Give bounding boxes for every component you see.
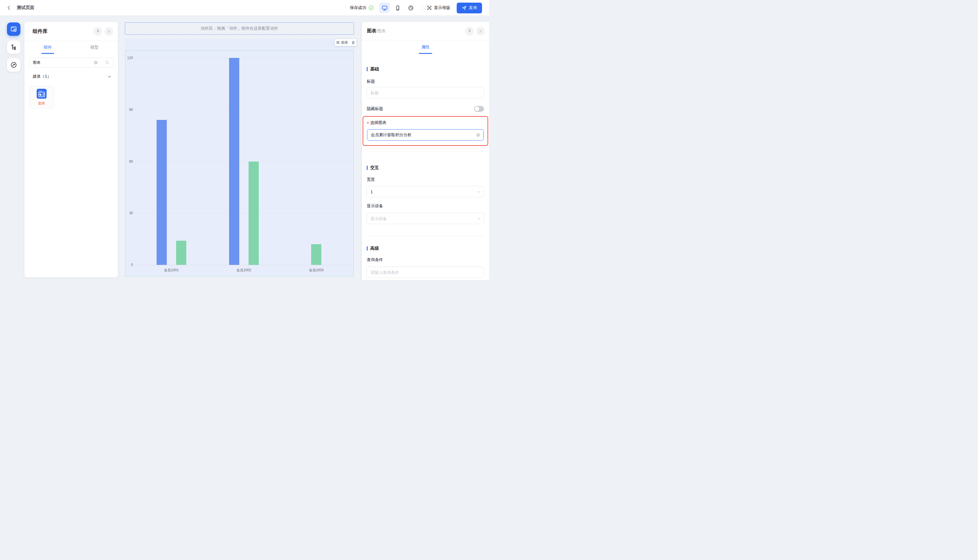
selected-widget-title: 图表 <box>367 28 377 33</box>
section-accent-bar <box>367 67 368 71</box>
widget-type-label: 图表 <box>341 40 348 45</box>
save-status-text: 保存成功 <box>350 5 366 10</box>
section-accent-bar <box>367 246 368 251</box>
hide-title-row: 隐藏标题 <box>367 106 484 112</box>
query-input[interactable] <box>367 267 484 278</box>
component-panel-tabs: 组件 模型 <box>25 41 118 54</box>
select-chart-input[interactable] <box>367 129 484 141</box>
media-group-header[interactable]: 媒体（1） <box>33 74 112 79</box>
publish-button[interactable]: 发布 <box>457 3 482 13</box>
y-tick-label: 0 <box>131 263 133 267</box>
chevron-down-icon <box>107 75 112 78</box>
title-input[interactable] <box>367 87 484 98</box>
y-tick-label: 60 <box>129 160 133 163</box>
breadcrumb: 图表/图表 <box>367 28 463 34</box>
tab-models[interactable]: 模型 <box>71 41 118 54</box>
component-panel-body: 媒体（1） 图表 <box>25 54 118 108</box>
wrench-circle-icon <box>10 62 17 68</box>
monitor-icon <box>382 5 388 11</box>
toggle-knob <box>475 107 480 111</box>
rail-outline-tree-button[interactable] <box>7 40 20 54</box>
select-chart-field <box>367 129 484 141</box>
chart-card-label: 图表 <box>38 101 45 106</box>
smartphone-icon <box>395 5 400 11</box>
drag-handle-icon[interactable] <box>336 41 340 44</box>
device-select-input[interactable] <box>367 213 484 224</box>
category-slot: 会员1001 <box>135 58 208 265</box>
pin-panel-button[interactable] <box>93 27 102 36</box>
advanced-heading-text: 高级 <box>370 246 379 251</box>
bar <box>229 58 239 265</box>
success-check-icon <box>368 5 374 11</box>
bar <box>157 120 167 265</box>
basic-heading-text: 基础 <box>370 67 379 72</box>
basic-section-heading: 基础 <box>367 67 484 72</box>
categories: 会员1001会员1002会员1003 <box>135 58 353 265</box>
rail-component-library-button[interactable] <box>7 22 20 36</box>
hide-title-label: 隐藏标题 <box>367 106 383 112</box>
tree-structure-icon <box>10 44 17 51</box>
width-select-input[interactable] <box>367 186 484 197</box>
top-bar: 测试页面 保存成功 <box>0 0 489 16</box>
close-panel-button[interactable] <box>105 27 113 36</box>
x-axis-tick <box>244 265 244 266</box>
bar <box>248 162 259 265</box>
properties-body: 基础 标题 隐藏标题 * 选择图表 <box>362 67 489 278</box>
chart-component-card[interactable]: 图表 <box>29 86 54 108</box>
search-icon[interactable] <box>105 60 110 66</box>
bar <box>311 244 322 265</box>
chart-plot-container: 0306090120 会员1001会员1002会员1003 <box>125 50 354 276</box>
component-panel-title: 组件库 <box>33 28 91 35</box>
x-tick-label: 会员1002 <box>208 268 280 273</box>
width-field-label: 宽度 <box>367 177 484 182</box>
close-icon <box>107 29 111 33</box>
chevron-left-icon <box>7 5 12 10</box>
rail-settings-button[interactable] <box>7 58 20 72</box>
bar <box>176 241 186 265</box>
clear-search-icon[interactable] <box>93 60 98 66</box>
tab-properties[interactable]: 属性 <box>422 40 430 54</box>
title-field-label: 标题 <box>367 79 484 84</box>
component-library-panel: 组件库 组件 模型 <box>25 22 118 277</box>
pin-properties-button[interactable] <box>465 27 474 35</box>
section-divider <box>367 236 484 236</box>
component-panel-header: 组件库 <box>25 22 118 41</box>
back-button[interactable] <box>5 3 13 12</box>
chart-widget-icon <box>37 89 47 99</box>
search-input[interactable] <box>29 58 113 68</box>
chart-widget[interactable]: 图表 0306090120 会员1001会员1002会员1003 <box>125 38 354 277</box>
tab-components[interactable]: 组件 <box>25 41 71 54</box>
history-button[interactable] <box>405 3 416 13</box>
x-tick-label: 会员1001 <box>135 268 208 273</box>
properties-header: 图表/图表 <box>362 22 489 40</box>
close-icon <box>478 29 483 33</box>
advanced-section-heading: 高级 <box>367 246 484 251</box>
chevron-down-icon <box>477 190 481 194</box>
y-tick-label: 120 <box>127 56 133 60</box>
window-add-icon <box>10 26 17 33</box>
desktop-preview-button[interactable] <box>379 3 390 13</box>
show-master-label: 显示母版 <box>434 5 450 10</box>
mobile-preview-button[interactable] <box>392 3 403 13</box>
save-status: 保存成功 <box>350 5 374 11</box>
clear-selection-icon[interactable] <box>476 133 481 137</box>
topbar-actions: 保存成功 <box>350 0 489 16</box>
properties-panel: 图表/图表 属性 基础 标题 隐藏标题 <box>362 22 489 280</box>
master-frame-icon <box>427 5 432 10</box>
show-master-button[interactable]: 显示母版 <box>427 5 450 10</box>
required-mark: * <box>367 121 369 126</box>
hide-title-toggle[interactable] <box>474 106 484 112</box>
device-select <box>367 213 484 224</box>
widget-toolbar: 图表 <box>335 39 357 46</box>
pin-icon <box>96 29 100 33</box>
action-drop-zone[interactable]: 动作区：拖拽「动作」组件在这里配置动作 <box>125 22 354 35</box>
clock-icon <box>408 5 413 11</box>
editor-stage: 测试页面 保存成功 <box>0 0 489 280</box>
close-properties-button[interactable] <box>476 27 485 35</box>
action-zone-text: 动作区：拖拽「动作」组件在这里配置动作 <box>201 26 278 31</box>
chip-separator <box>350 41 350 45</box>
select-chart-highlight-box: * 选择图表 <box>363 116 488 146</box>
delete-widget-icon[interactable] <box>352 41 355 45</box>
selected-widget-subtitle: /图表 <box>377 28 386 33</box>
section-accent-bar <box>367 166 368 170</box>
